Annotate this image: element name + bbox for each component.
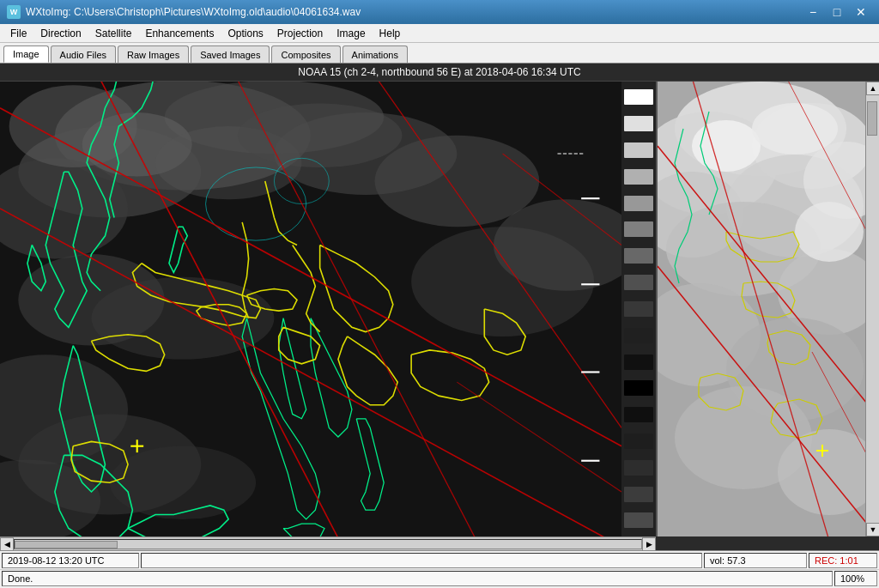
- menu-item-image[interactable]: Image: [330, 24, 372, 42]
- tab-saved-images[interactable]: Saved Images: [191, 45, 270, 63]
- image-area: ▲ ▼: [0, 82, 879, 536]
- svg-rect-30: [581, 197, 599, 199]
- rec-panel: REC: 1:01: [809, 553, 877, 568]
- menu-item-help[interactable]: Help: [373, 24, 408, 42]
- svg-rect-31: [581, 283, 599, 285]
- tabs: ImageAudio FilesRaw ImagesSaved ImagesCo…: [0, 43, 879, 64]
- svg-point-11: [238, 103, 403, 167]
- spacer-panel: [141, 553, 702, 568]
- svg-point-51: [752, 103, 838, 155]
- menu-item-projection[interactable]: Projection: [270, 24, 330, 42]
- horizontal-scrollbar[interactable]: ◀ ▶: [0, 536, 656, 550]
- menu-item-enhancements[interactable]: Enhancements: [138, 24, 221, 42]
- tab-image[interactable]: Image: [3, 45, 49, 63]
- app-icon: W: [7, 5, 21, 19]
- statusbar-container: 2019-08-12 13:20 UTC vol: 57.3 REC: 1:01…: [0, 550, 879, 588]
- titlebar-left: W WXtoImg: C:\Users\Christoph\Pictures\W…: [7, 5, 361, 19]
- scroll-up-arrow[interactable]: ▲: [866, 82, 879, 95]
- scroll-right-arrow[interactable]: ▶: [642, 537, 656, 551]
- datetime-panel: 2019-08-12 13:20 UTC: [2, 553, 139, 568]
- svg-point-52: [795, 202, 864, 262]
- maximize-button[interactable]: □: [826, 3, 848, 21]
- titlebar: W WXtoImg: C:\Users\Christoph\Pictures\W…: [0, 0, 879, 24]
- vol-panel: vol: 57.3: [704, 553, 807, 568]
- menu-item-direction[interactable]: Direction: [33, 24, 88, 42]
- scroll-left-arrow[interactable]: ◀: [0, 537, 14, 551]
- main-satellite-image[interactable]: [0, 82, 621, 536]
- main-content: NOAA 15 (ch 2-4, northbound 56 E) at 201…: [0, 64, 879, 550]
- scroll-down-arrow[interactable]: ▼: [866, 523, 879, 536]
- tab-raw-images[interactable]: Raw Images: [118, 45, 189, 63]
- zoom-panel: 100%: [834, 571, 877, 586]
- menu-item-options[interactable]: Options: [221, 24, 270, 42]
- svg-rect-32: [581, 371, 599, 373]
- statusbar1: 2019-08-12 13:20 UTC vol: 57.3 REC: 1:01: [0, 551, 879, 570]
- menu-item-file[interactable]: File: [3, 24, 33, 42]
- right-scrollbar[interactable]: ▲ ▼: [865, 82, 879, 536]
- titlebar-controls: − □ ✕: [802, 3, 872, 21]
- tab-audio-files[interactable]: Audio Files: [51, 45, 116, 63]
- image-title: NOAA 15 (ch 2-4, northbound 56 E) at 201…: [0, 64, 879, 82]
- status-text-panel: Done.: [2, 571, 833, 586]
- titlebar-title: WXtoImg: C:\Users\Christoph\Pictures\WXt…: [26, 6, 361, 18]
- svg-point-50: [692, 120, 761, 172]
- tab-animations[interactable]: Animations: [343, 45, 408, 63]
- statusbar2: Done. 100%: [0, 570, 879, 588]
- svg-point-10: [9, 85, 137, 167]
- menubar: FileDirectionSatelliteEnhancementsOption…: [0, 24, 879, 43]
- calibration-strip: [621, 82, 656, 536]
- right-panel[interactable]: ▲ ▼: [656, 82, 879, 536]
- menu-item-satellite[interactable]: Satellite: [88, 24, 139, 42]
- tab-composites[interactable]: Composites: [271, 45, 340, 63]
- minimize-button[interactable]: −: [802, 3, 824, 21]
- svg-rect-33: [581, 460, 599, 462]
- close-button[interactable]: ✕: [850, 3, 872, 21]
